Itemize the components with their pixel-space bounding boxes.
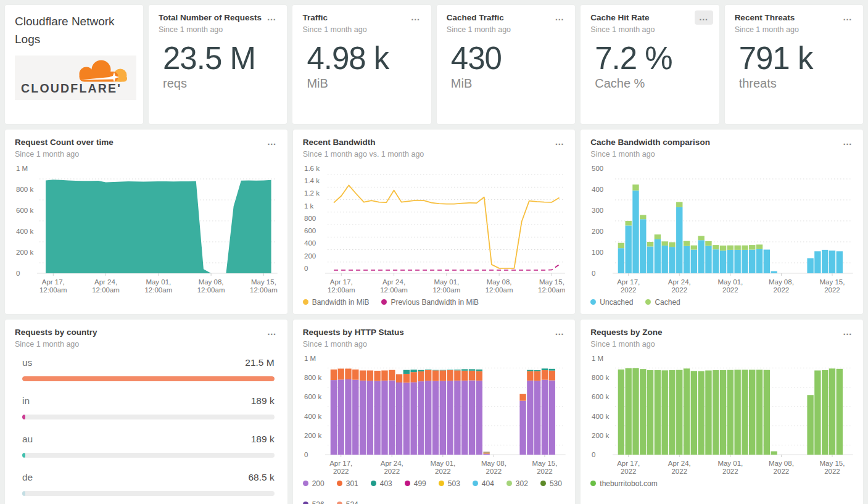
legend-dot-icon	[506, 481, 512, 486]
country-value: 21.5 M	[245, 357, 274, 368]
legend-label: 503	[448, 479, 460, 488]
legend-item[interactable]: 301	[337, 479, 358, 488]
legend-label: 530	[550, 479, 562, 488]
ellipsis-menu-icon[interactable]: …	[550, 325, 569, 339]
bar-segment	[640, 215, 646, 219]
legend-item[interactable]: 526	[303, 500, 324, 504]
y-axis-tick-label: 0	[592, 451, 595, 458]
stat-unit: MiB	[307, 76, 421, 91]
bar-segment	[626, 368, 632, 455]
y-axis-tick-label: 400	[592, 186, 603, 193]
bar-segment	[626, 225, 632, 273]
ellipsis-menu-icon[interactable]: …	[838, 135, 857, 149]
panel-requests-by-http-status: Requests by HTTP Status Since 1 month ag…	[293, 320, 576, 504]
bar-segment	[330, 380, 336, 455]
bar-segment	[548, 369, 555, 371]
legend-label: Cached	[655, 298, 680, 307]
ellipsis-menu-icon[interactable]: …	[263, 325, 281, 339]
top-row: Cloudflare Network Logs CLOUDFLARE' Tota…	[5, 5, 863, 124]
bar-segment	[483, 452, 489, 453]
country-row: au189 k	[22, 434, 275, 458]
x-axis-tick-label: 2022	[774, 468, 790, 475]
stat-body: 4.98 k MiB	[302, 42, 421, 91]
bar-segment	[447, 370, 453, 370]
legend-item[interactable]: 530	[540, 479, 562, 488]
legend-item[interactable]: 403	[371, 479, 392, 488]
bar-segment	[676, 207, 682, 273]
x-axis-tick-label: 2022	[621, 286, 637, 294]
ellipsis-menu-icon[interactable]: …	[263, 135, 281, 149]
x-axis-tick-label: May 01,	[434, 278, 459, 286]
bar-segment	[735, 370, 741, 455]
y-axis-tick-label: 600	[304, 227, 316, 234]
legend-dot-icon	[439, 481, 444, 486]
legend-item[interactable]: 404	[473, 479, 494, 488]
legend-item[interactable]: 499	[405, 479, 426, 488]
y-axis-tick-label: 0	[304, 265, 308, 272]
bar-segment	[541, 380, 547, 455]
recent-bandwidth-line-chart: 1.6 k1.4 k1.2 k1 k8006004002000Apr 17,12…	[303, 163, 566, 295]
bar-segment	[720, 370, 726, 455]
bar-segment	[633, 184, 639, 191]
bar-segment	[662, 241, 668, 246]
legend-item[interactable]: Previous Bandwidth in MiB	[381, 298, 479, 307]
bar-segment	[432, 381, 439, 454]
y-axis-tick-label: 500	[592, 165, 603, 172]
legend-dot-icon	[337, 481, 342, 486]
y-axis-tick-label: 800	[304, 215, 316, 222]
panel-title: Recent Threats	[735, 13, 853, 23]
bar-segment	[822, 370, 828, 455]
legend-item[interactable]: theburritobot.com	[590, 479, 657, 488]
y-axis-tick-label: 100	[592, 249, 603, 256]
bar-segment	[837, 369, 843, 455]
http-status-bar-chart: 1 M800 k600 k400 k200 k0Apr 17,2022Apr 2…	[303, 353, 566, 477]
panel-cache-bandwidth-comparison: Cache Bandwidth comparison Since 1 month…	[581, 130, 863, 314]
country-bar-track	[22, 376, 275, 381]
cache-bandwidth-bar-chart: 5004003002001000Apr 17,2022Apr 24,2022Ma…	[590, 163, 853, 295]
x-axis-tick-label: Apr 17,	[329, 278, 352, 286]
legend-item[interactable]: Cached	[645, 298, 680, 307]
panel-traffic: Traffic Since 1 month ago … 4.98 k MiB	[292, 5, 431, 124]
stat-unit: reqs	[163, 76, 277, 91]
x-axis-tick-label: Apr 24,	[668, 278, 691, 286]
bar-segment	[403, 374, 409, 382]
legend-item[interactable]: 200	[303, 479, 324, 488]
ellipsis-menu-icon[interactable]: …	[407, 10, 425, 25]
x-axis-tick-label: 2022	[537, 468, 553, 475]
x-axis-tick-label: 12:00am	[485, 286, 513, 294]
x-axis-tick-label: 12:00am	[328, 286, 355, 294]
bar-segment	[410, 372, 416, 382]
legend-label: 302	[516, 479, 528, 488]
bar-segment	[366, 381, 373, 455]
country-bar-fill	[22, 376, 275, 381]
ellipsis-menu-icon[interactable]: …	[262, 10, 281, 25]
panel-subtitle: Since 1 month ago	[590, 150, 853, 159]
legend-item[interactable]: 524	[337, 500, 358, 504]
bar-segment	[469, 371, 475, 381]
legend-item[interactable]: Bandwidth in MiB	[303, 298, 370, 307]
bar-segment	[698, 371, 705, 454]
ellipsis-menu-icon[interactable]: …	[838, 325, 857, 339]
legend-item[interactable]: 503	[439, 479, 460, 488]
ellipsis-menu-icon[interactable]: …	[695, 10, 713, 25]
bar-segment	[756, 244, 763, 249]
legend-item[interactable]: Uncached	[590, 298, 633, 307]
bar-segment	[439, 370, 445, 371]
x-axis-tick-label: May 01,	[718, 278, 743, 286]
ellipsis-menu-icon[interactable]: …	[550, 10, 569, 25]
bar-segment	[742, 250, 748, 273]
country-label: us	[22, 357, 32, 368]
bar-segment	[337, 379, 344, 455]
bar-segment	[548, 380, 555, 454]
chart-legend: UncachedCached	[590, 298, 853, 307]
legend-item[interactable]: 302	[506, 479, 528, 488]
country-label: in	[22, 395, 30, 407]
bar-segment	[691, 371, 697, 455]
ellipsis-menu-icon[interactable]: …	[838, 10, 857, 25]
legend-label: 526	[312, 500, 324, 504]
x-axis-tick-label: 2022	[672, 468, 688, 475]
legend-label: 524	[346, 500, 358, 504]
legend-dot-icon	[371, 481, 376, 486]
ellipsis-menu-icon[interactable]: …	[550, 135, 569, 149]
bar-segment	[720, 250, 726, 273]
